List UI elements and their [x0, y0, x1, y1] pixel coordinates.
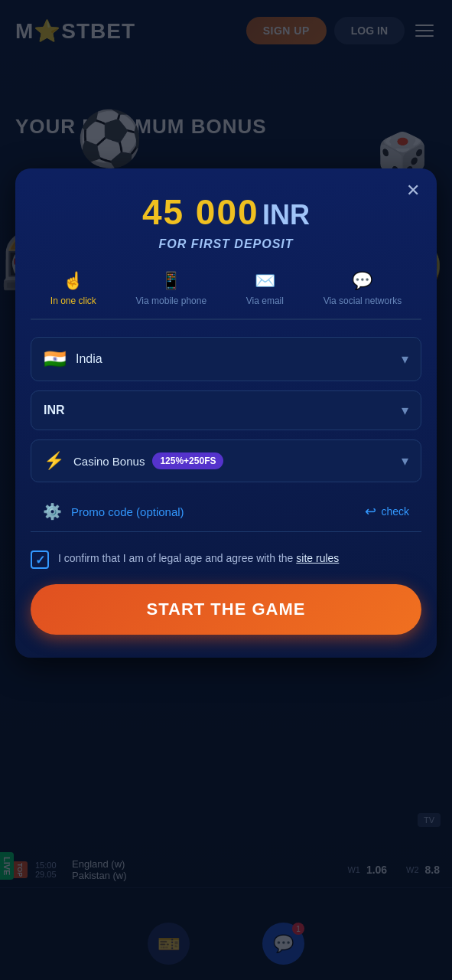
country-flag: 🇮🇳 — [44, 348, 67, 370]
currency-field[interactable]: INR ▾ — [31, 390, 421, 430]
promo-field: ⚙️ Promo code (optional) ↩ check — [31, 492, 421, 532]
bonus-field[interactable]: ⚡ Casino Bonus 125%+250FS ▾ — [31, 439, 421, 482]
tab-social[interactable]: 💬 Via social networks — [317, 268, 408, 309]
tab-mobile[interactable]: 📱 Via mobile phone — [130, 268, 213, 309]
currency-label: INR — [44, 403, 402, 417]
modal-close-button[interactable]: ✕ — [402, 179, 424, 202]
email-icon: ✉️ — [255, 271, 275, 291]
currency-chevron-icon: ▾ — [402, 402, 408, 419]
bonus-chevron-icon: ▾ — [402, 452, 408, 469]
one-click-icon: ☝️ — [63, 271, 83, 291]
registration-modal: ✕ 45 000 INR FOR FIRST DEPOSIT ☝️ In one… — [15, 168, 437, 658]
country-label: India — [76, 352, 402, 366]
tab-social-label: Via social networks — [324, 296, 402, 306]
confirm-text: I confirm that I am of legal age and agr… — [58, 550, 339, 567]
promo-gear-icon: ⚙️ — [43, 502, 62, 521]
tab-one-click-label: In one click — [50, 296, 96, 306]
promo-placeholder[interactable]: Promo code (optional) — [71, 505, 365, 518]
start-game-button[interactable]: START THE GAME — [31, 584, 421, 635]
bonus-badge: 125%+250FS — [152, 452, 223, 469]
registration-tabs: ☝️ In one click 📱 Via mobile phone ✉️ Vi… — [31, 268, 421, 320]
social-icon: 💬 — [352, 271, 372, 291]
country-field[interactable]: 🇮🇳 India ▾ — [31, 337, 421, 381]
site-rules-link[interactable]: site rules — [296, 552, 339, 564]
bonus-label: Casino Bonus — [73, 455, 145, 468]
tab-one-click[interactable]: ☝️ In one click — [44, 268, 102, 309]
country-chevron-icon: ▾ — [402, 351, 408, 368]
bonus-icon: ⚡ — [44, 451, 64, 471]
promo-check-label: check — [381, 505, 409, 518]
promo-check-button[interactable]: ↩ check — [365, 503, 409, 520]
legal-age-checkbox[interactable]: ✓ — [31, 550, 49, 569]
checkmark-icon: ✓ — [35, 553, 45, 567]
bonus-amount: 45 000 INR — [31, 191, 421, 233]
confirm-row: ✓ I confirm that I am of legal age and a… — [31, 541, 421, 584]
tab-mobile-label: Via mobile phone — [136, 296, 207, 306]
modal-subtitle: FOR FIRST DEPOSIT — [31, 237, 421, 251]
mobile-icon: 📱 — [161, 271, 181, 291]
amount-currency: INR — [262, 199, 310, 230]
tab-email-label: Via email — [246, 296, 284, 306]
promo-check-icon: ↩ — [365, 503, 376, 520]
tab-email[interactable]: ✉️ Via email — [240, 268, 290, 309]
amount-number: 45 000 — [142, 192, 259, 232]
